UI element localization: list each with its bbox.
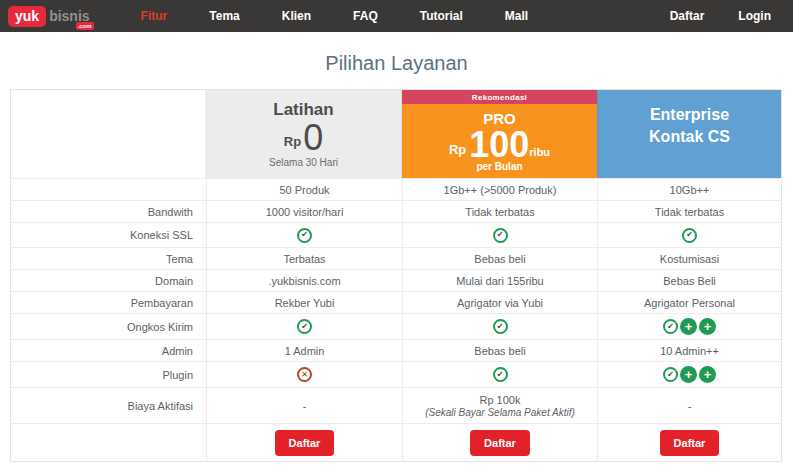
- feature-value: -: [688, 400, 692, 412]
- feature-cell: Rp 100k(Sekali Bayar Selama Paket Aktif): [402, 388, 597, 423]
- feature-value: Tidak terbatas: [655, 206, 724, 218]
- feature-cell: ✔: [206, 223, 402, 247]
- pro-price-unit: ribu: [529, 147, 550, 158]
- plus-icon: +: [680, 318, 697, 335]
- plan-header-row: Latihan Rp 0 Selama 30 Hari Rekomendasi …: [11, 90, 781, 178]
- feature-cell: ✔: [402, 362, 597, 387]
- pro-currency: Rp: [449, 143, 466, 156]
- nav-item-tutorial[interactable]: Tutorial: [399, 0, 484, 32]
- latihan-price: 0: [303, 120, 323, 156]
- row-label: Biaya Aktifasi: [11, 388, 206, 423]
- signup-row-label: [11, 424, 206, 461]
- feature-table-body: 50 Produk1Gb++ (>5000 Produk)10Gb++Bandw…: [11, 178, 781, 423]
- feature-cell: Tidak terbatas: [597, 201, 781, 222]
- nav-item-login[interactable]: Login: [721, 0, 793, 32]
- pro-header-body: PRO Rp 100 ribu per Bulan: [402, 104, 597, 178]
- feature-value: -: [303, 400, 307, 412]
- plus-icon: +: [680, 366, 697, 383]
- feature-value: Bebas beli: [474, 345, 525, 357]
- feature-value: .yukbisnis.com: [268, 275, 340, 287]
- check-icon: ✔: [682, 228, 697, 243]
- feature-value: 50 Produk: [279, 184, 329, 196]
- feature-value: 1Gb++ (>5000 Produk): [444, 184, 557, 196]
- feature-value: Tidak terbatas: [465, 206, 534, 218]
- feature-cell: ✔++: [597, 362, 781, 387]
- plan-header-pro: Rekomendasi PRO Rp 100 ribu per Bulan: [402, 90, 597, 178]
- row-label: Ongkos Kirim: [11, 314, 206, 339]
- pricing-table: Latihan Rp 0 Selama 30 Hari Rekomendasi …: [10, 89, 782, 462]
- table-row: 50 Produk1Gb++ (>5000 Produk)10Gb++: [11, 178, 781, 200]
- logo-bisnis-text: bisnis.com: [49, 9, 89, 23]
- feature-cell: 1Gb++ (>5000 Produk): [402, 179, 597, 200]
- feature-cell: Rekber Yubi: [206, 292, 402, 313]
- feature-value: Rekber Yubi: [275, 297, 335, 309]
- table-row: TemaTerbatasBebas beliKostumisasi: [11, 247, 781, 269]
- latihan-period: Selama 30 Hari: [269, 157, 338, 168]
- check-icon: ✔: [493, 319, 508, 334]
- nav-item-fitur[interactable]: Fitur: [120, 0, 189, 32]
- nav-right-menu: DaftarLogin: [653, 0, 793, 32]
- feature-value: Bebas beli: [474, 253, 525, 265]
- feature-cell: 1 Admin: [206, 340, 402, 361]
- row-label: Admin: [11, 340, 206, 361]
- nav-item-daftar[interactable]: Daftar: [653, 0, 722, 32]
- table-row: Domain.yukbisnis.comMulai dari 155ribuBe…: [11, 269, 781, 291]
- feature-value: Bebas Beli: [663, 275, 716, 287]
- daftar-button-pro[interactable]: Daftar: [470, 430, 530, 456]
- feature-cell: Bebas beli: [402, 248, 597, 269]
- daftar-button-enterprise[interactable]: Daftar: [660, 430, 720, 456]
- plus-icon: +: [699, 366, 716, 383]
- feature-value: Terbatas: [283, 253, 325, 265]
- plus-icon: +: [699, 318, 716, 335]
- pro-price: 100: [469, 127, 529, 163]
- table-row: Plugin✕✔✔++: [11, 361, 781, 387]
- nav-item-faq[interactable]: FAQ: [332, 0, 399, 32]
- check-icon: ✔: [493, 228, 508, 243]
- feature-cell: .yukbisnis.com: [206, 270, 402, 291]
- feature-cell: Mulai dari 155ribu: [402, 270, 597, 291]
- row-label: Domain: [11, 270, 206, 291]
- logo-yuk-badge: yuk: [8, 6, 46, 27]
- row-label: Bandwith: [11, 201, 206, 222]
- nav-item-tema[interactable]: Tema: [188, 0, 260, 32]
- table-row: Bandwith1000 visitor/hariTidak terbatasT…: [11, 200, 781, 222]
- feature-cell: 10 Admin++: [597, 340, 781, 361]
- feature-cell: Terbatas: [206, 248, 402, 269]
- pro-period: per Bulan: [476, 161, 522, 172]
- feature-cell: Bebas Beli: [597, 270, 781, 291]
- table-row: Koneksi SSL✔✔✔: [11, 222, 781, 247]
- yukbisnis-logo[interactable]: yuk bisnis.com: [8, 6, 90, 27]
- row-label: Koneksi SSL: [11, 223, 206, 247]
- enterprise-subtitle: Kontak CS: [649, 126, 730, 148]
- feature-cell: Bebas beli: [402, 340, 597, 361]
- feature-value: Mulai dari 155ribu: [456, 275, 543, 287]
- nav-item-mall[interactable]: Mall: [484, 0, 549, 32]
- feature-cell: -: [597, 388, 781, 423]
- feature-value: Agrigator via Yubi: [457, 297, 543, 309]
- check-icon: ✔: [663, 367, 678, 382]
- check-icon: ✔: [663, 319, 678, 334]
- check-icon: ✔: [297, 228, 312, 243]
- feature-cell: Agrigator via Yubi: [402, 292, 597, 313]
- page-title: Pilihan Layanan: [0, 52, 793, 75]
- feature-value: 10 Admin++: [660, 345, 719, 357]
- daftar-button-latihan[interactable]: Daftar: [275, 430, 335, 456]
- feature-value: 10Gb++: [670, 184, 710, 196]
- feature-cell: 10Gb++: [597, 179, 781, 200]
- row-label: Pembayaran: [11, 292, 206, 313]
- feature-cell: -: [206, 388, 402, 423]
- table-row: Admin1 AdminBebas beli10 Admin++: [11, 339, 781, 361]
- feature-value: Rp 100k: [480, 394, 521, 406]
- rekomendasi-badge: Rekomendasi: [402, 90, 597, 104]
- nav-item-klien[interactable]: Klien: [261, 0, 332, 32]
- table-row: Ongkos Kirim✔✔✔++: [11, 313, 781, 339]
- latihan-currency: Rp: [284, 135, 301, 148]
- check-icon: ✔: [297, 319, 312, 334]
- feature-cell: Kostumisasi: [597, 248, 781, 269]
- feature-cell: ✔++: [597, 314, 781, 339]
- feature-value: 1 Admin: [285, 345, 325, 357]
- logo-com-badge: .com: [76, 22, 94, 30]
- table-row: PembayaranRekber YubiAgrigator via YubiA…: [11, 291, 781, 313]
- cross-icon: ✕: [297, 367, 312, 382]
- feature-cell: ✔: [597, 223, 781, 247]
